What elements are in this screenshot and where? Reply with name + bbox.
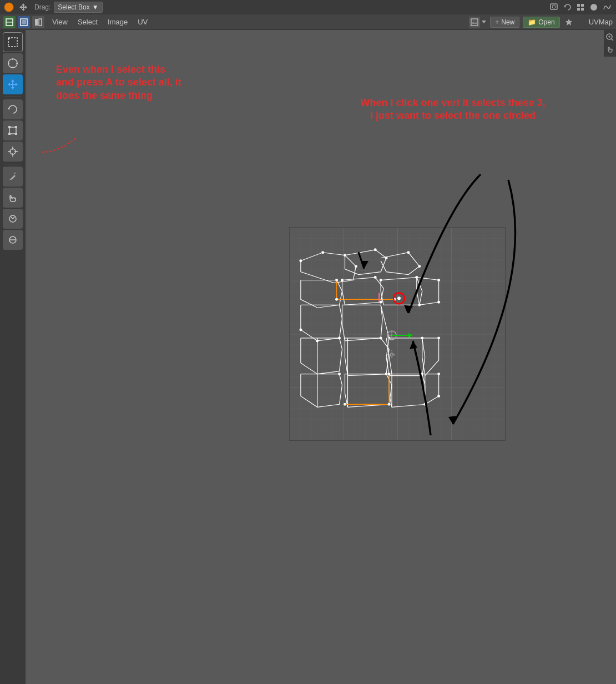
blender-icon[interactable]: [3, 2, 14, 13]
svg-point-70: [335, 298, 338, 301]
shading-icon[interactable]: [588, 2, 599, 13]
svg-marker-26: [8, 79, 18, 89]
svg-point-3: [552, 5, 556, 8]
svg-marker-17: [471, 22, 478, 24]
svg-marker-18: [482, 21, 486, 23]
tool-slide[interactable]: [3, 230, 23, 250]
svg-point-89: [299, 329, 302, 331]
workspace-icon-3[interactable]: [32, 16, 44, 28]
svg-point-78: [421, 336, 423, 339]
tool-scale[interactable]: [3, 120, 23, 140]
tool-move[interactable]: [3, 74, 23, 94]
svg-point-67: [380, 279, 382, 281]
separator-1: [4, 97, 21, 97]
tool-grab[interactable]: [3, 188, 23, 208]
svg-marker-1: [19, 3, 27, 11]
svg-point-73: [418, 304, 421, 306]
menu-uv[interactable]: UV: [133, 17, 152, 27]
workspace-icon-1[interactable]: [3, 16, 16, 28]
svg-point-76: [380, 336, 382, 339]
pin-icon[interactable]: [563, 17, 574, 28]
main-layout: Even when I select thisand press A to se…: [0, 30, 616, 684]
tool-transform[interactable]: [3, 142, 23, 162]
tool-rotate[interactable]: [3, 99, 23, 119]
open-button[interactable]: 📁 Open: [523, 17, 559, 28]
svg-point-56: [299, 259, 302, 262]
svg-rect-7: [577, 8, 580, 11]
render-icon[interactable]: [548, 2, 559, 13]
svg-point-86: [388, 403, 391, 406]
image-display-icon[interactable]: [469, 17, 480, 28]
svg-point-81: [385, 373, 388, 375]
svg-rect-8: [581, 8, 584, 11]
svg-point-64: [335, 279, 338, 281]
svg-line-107: [612, 39, 613, 41]
svg-point-68: [415, 276, 418, 279]
undo-icon[interactable]: [562, 2, 573, 13]
svg-rect-16: [471, 19, 478, 26]
svg-point-87: [423, 403, 426, 406]
menu-bar-right: + New 📁 Open UVMap: [469, 17, 613, 28]
svg-point-0: [4, 3, 13, 12]
select-box-dropdown[interactable]: Select Box ▼: [54, 2, 102, 13]
dropdown-chevron: [481, 18, 487, 26]
tool-select-box[interactable]: [3, 32, 23, 52]
move-icon[interactable]: [18, 2, 29, 13]
svg-rect-5: [577, 4, 580, 7]
svg-rect-6: [581, 4, 584, 7]
open-label: Open: [538, 18, 554, 26]
select-box-label: Select Box: [58, 3, 89, 11]
svg-rect-13: [22, 20, 26, 24]
uv-grid-svg: [290, 228, 505, 440]
chevron-down-icon: ▼: [92, 3, 99, 11]
svg-rect-29: [8, 126, 11, 128]
svg-point-9: [590, 4, 597, 11]
svg-point-63: [418, 265, 421, 268]
uv-viewport[interactable]: [289, 227, 506, 441]
svg-point-58: [344, 254, 346, 256]
svg-point-80: [338, 373, 341, 375]
icon-group-1: [548, 2, 613, 13]
tool-annotate[interactable]: [3, 167, 23, 187]
main-content: Even when I select thisand press A to se…: [26, 30, 616, 684]
svg-marker-4: [564, 6, 566, 8]
svg-point-57: [321, 251, 324, 254]
right-panel: [604, 30, 616, 57]
layout-icon[interactable]: [575, 2, 586, 13]
menu-view[interactable]: View: [48, 17, 72, 27]
new-button[interactable]: + New: [490, 17, 519, 28]
top-bar-right: [548, 2, 613, 13]
hand-icon[interactable]: [605, 44, 615, 54]
left-annotation: Even when I select thisand press A to se…: [56, 63, 181, 102]
menu-select[interactable]: Select: [73, 17, 102, 27]
zoom-icon[interactable]: [605, 32, 615, 42]
drag-label: Drag:: [34, 3, 51, 11]
separator-2: [4, 164, 21, 164]
svg-point-69: [437, 279, 440, 281]
plus-icon: +: [495, 18, 499, 26]
svg-point-72: [380, 301, 382, 304]
menu-image[interactable]: Image: [103, 17, 132, 27]
tool-cursor[interactable]: [3, 53, 23, 73]
svg-rect-31: [8, 133, 11, 135]
svg-rect-15: [39, 19, 42, 26]
svg-point-65: [341, 279, 344, 281]
svg-point-75: [338, 336, 341, 339]
svg-point-62: [407, 251, 410, 254]
svg-rect-46: [290, 228, 505, 440]
svg-marker-27: [8, 108, 10, 110]
svg-line-38: [14, 173, 16, 174]
svg-point-92: [397, 296, 401, 300]
uvmap-label: UVMap: [589, 18, 613, 26]
svg-point-74: [437, 301, 440, 304]
tool-pinch[interactable]: [3, 209, 23, 229]
menu-icon-left: [3, 16, 44, 28]
svg-point-84: [437, 373, 440, 375]
svg-line-41: [13, 217, 14, 219]
workspace-icon-2[interactable]: [18, 16, 30, 28]
svg-point-21: [8, 59, 17, 68]
svg-point-79: [437, 336, 440, 339]
svg-point-88: [437, 395, 440, 398]
menu-bar: View Select Image UV + New 📁 Open UVMap: [0, 14, 616, 30]
curve-icon[interactable]: [602, 2, 613, 13]
